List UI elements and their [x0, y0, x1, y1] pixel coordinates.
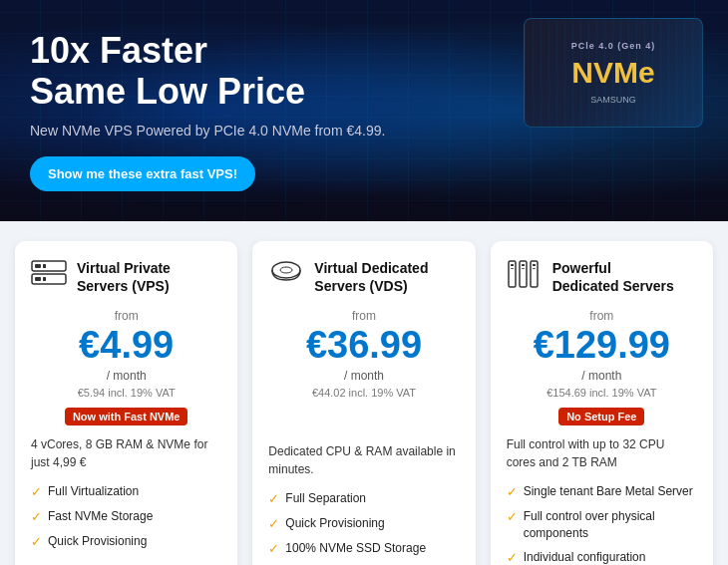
list-item: ✓ Full Separation: [268, 490, 459, 508]
vds-icon: [268, 260, 304, 293]
dedicated-feature-3: Individual configuration: [524, 549, 646, 565]
vds-feature-list: ✓ Full Separation ✓ Quick Provisioning ✓…: [268, 490, 459, 565]
vps-badge-wrapper: Now with Fast NVMe: [31, 407, 221, 435]
vds-period: / month: [268, 369, 459, 383]
vps-feature-list: ✓ Full Virtualization ✓ Fast NVMe Storag…: [31, 483, 221, 565]
nvme-brand-secondary: SAMSUNG: [590, 95, 636, 105]
vps-icon: [31, 260, 67, 293]
svg-rect-11: [511, 264, 514, 266]
vds-feature-2: Quick Provisioning: [285, 515, 384, 532]
vps-feature-3: Quick Provisioning: [48, 533, 147, 550]
svg-rect-4: [35, 277, 41, 281]
vds-description: Dedicated CPU & RAM available in minutes…: [268, 442, 459, 478]
dedicated-feature-2: Full control over physical components: [524, 508, 697, 542]
cards-section: Virtual PrivateServers (VPS) from €4.99 …: [0, 221, 728, 565]
dedicated-vat: €154.69 incl. 19% VAT: [507, 387, 697, 399]
svg-rect-15: [522, 268, 525, 269]
vds-price: €36.99: [268, 325, 459, 367]
list-item: ✓ Quick Provisioning: [268, 515, 459, 533]
dedicated-feature-list: ✓ Single tenant Bare Metal Server ✓ Full…: [507, 483, 697, 565]
vds-feature-3: 100% NVMe SSD Storage: [285, 540, 426, 557]
hero-section: 10x FasterSame Low Price New NVMe VPS Po…: [0, 0, 728, 221]
vps-period: / month: [31, 369, 221, 383]
svg-point-7: [280, 267, 292, 273]
dedicated-card-header: PowerfulDedicated Servers: [507, 259, 697, 295]
hero-title: 10x FasterSame Low Price: [30, 30, 449, 113]
vps-feature-1: Full Virtualization: [48, 483, 139, 500]
dedicated-card: PowerfulDedicated Servers from €129.99 /…: [491, 241, 713, 565]
list-item: ✓ Individual configuration: [507, 549, 697, 565]
nvme-card: PCle 4.0 (Gen 4) NVMe SAMSUNG: [524, 18, 703, 128]
hero-cta-button[interactable]: Show me these extra fast VPS!: [30, 156, 255, 191]
check-icon: ✓: [507, 483, 518, 501]
vds-card-header: Virtual DedicatedServers (VDS): [268, 259, 459, 295]
dedicated-from-label: from: [507, 309, 697, 323]
vds-badge-placeholder: [268, 407, 459, 432]
dedicated-icon: [507, 260, 543, 293]
check-icon: ✓: [268, 490, 279, 508]
vps-price: €4.99: [31, 325, 221, 367]
svg-rect-13: [533, 264, 536, 266]
svg-rect-14: [511, 268, 514, 269]
vds-card: Virtual DedicatedServers (VDS) from €36.…: [252, 241, 475, 565]
vps-feature-2: Fast NVMe Storage: [48, 508, 153, 525]
check-icon: ✓: [31, 508, 42, 526]
svg-rect-12: [522, 264, 525, 266]
vps-description: 4 vCores, 8 GB RAM & NVMe for just 4,99 …: [31, 435, 221, 471]
list-item: ✓ Single tenant Bare Metal Server: [507, 483, 697, 501]
svg-rect-1: [35, 264, 41, 268]
vps-vat: €5.94 incl. 19% VAT: [31, 387, 221, 399]
vds-vat: €44.02 incl. 19% VAT: [268, 387, 459, 399]
svg-rect-5: [43, 277, 46, 281]
list-item: ✓ Full control over physical components: [507, 508, 697, 542]
nvme-label-top: PCle 4.0 (Gen 4): [571, 41, 656, 51]
list-item: ✓ Fast NVMe Storage: [31, 508, 221, 526]
vps-card-header: Virtual PrivateServers (VPS): [31, 259, 221, 295]
hero-subtitle: New NVMe VPS Powered by PCIe 4.0 NVMe fr…: [30, 123, 449, 139]
check-icon: ✓: [31, 483, 42, 501]
list-item: ✓ 100% NVMe SSD Storage: [268, 540, 459, 558]
dedicated-price: €129.99: [507, 325, 697, 367]
dedicated-feature-1: Single tenant Bare Metal Server: [524, 483, 693, 500]
vps-card-title: Virtual PrivateServers (VPS): [77, 259, 171, 295]
check-icon: ✓: [268, 540, 279, 558]
dedicated-period: / month: [507, 369, 697, 383]
vds-feature-1: Full Separation: [285, 490, 366, 507]
list-item: ✓ Quick Provisioning: [31, 533, 221, 551]
hero-content: 10x FasterSame Low Price New NVMe VPS Po…: [30, 30, 449, 191]
svg-rect-16: [533, 268, 536, 269]
dedicated-card-title: PowerfulDedicated Servers: [552, 259, 674, 295]
check-icon: ✓: [507, 549, 518, 565]
check-icon: ✓: [31, 533, 42, 551]
nvme-brand: NVMe: [571, 56, 654, 90]
svg-rect-2: [43, 264, 46, 268]
check-icon: ✓: [268, 515, 279, 533]
vps-card: Virtual PrivateServers (VPS) from €4.99 …: [15, 241, 237, 565]
check-icon: ✓: [507, 508, 518, 526]
list-item: ✓ Full Virtualization: [31, 483, 221, 501]
svg-point-6: [272, 262, 300, 278]
vps-badge: Now with Fast NVMe: [65, 408, 188, 425]
dedicated-description: Full control with up to 32 CPU cores and…: [507, 435, 697, 471]
vds-from-label: from: [268, 309, 459, 323]
dedicated-badge: No Setup Fee: [558, 408, 644, 425]
vps-from-label: from: [31, 309, 221, 323]
vds-card-title: Virtual DedicatedServers (VDS): [314, 259, 428, 295]
dedicated-badge-wrapper: No Setup Fee: [507, 407, 697, 435]
